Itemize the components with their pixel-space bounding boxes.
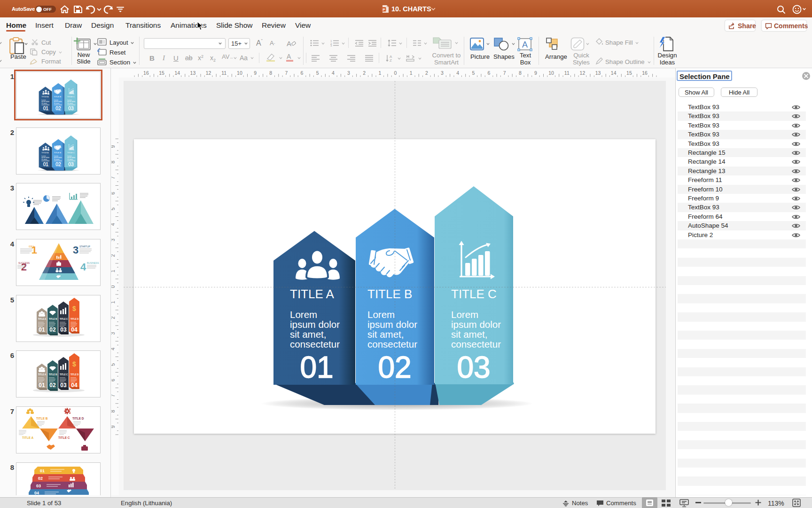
svg-text:13: 13 bbox=[595, 70, 601, 76]
svg-text:5: 5 bbox=[111, 207, 116, 210]
svg-text:6: 6 bbox=[301, 70, 304, 76]
svg-text:TITLE B: TITLE B bbox=[49, 373, 57, 376]
svg-text:03: 03 bbox=[457, 350, 490, 384]
svg-text:12: 12 bbox=[206, 70, 211, 76]
svg-text:consectetur: consectetur bbox=[41, 104, 50, 106]
svg-text:consectetur: consectetur bbox=[367, 339, 417, 349]
svg-text:8: 8 bbox=[269, 70, 272, 76]
svg-text:15: 15 bbox=[626, 70, 632, 76]
svg-text:12: 12 bbox=[580, 70, 586, 76]
svg-text:16: 16 bbox=[642, 70, 648, 76]
svg-text:9: 9 bbox=[534, 70, 537, 76]
svg-text:consectetur: consectetur bbox=[67, 160, 76, 162]
svg-text:14: 14 bbox=[611, 70, 617, 76]
svg-text:TITLE A: TITLE A bbox=[290, 287, 335, 301]
svg-text:A: A bbox=[522, 40, 528, 49]
svg-text:TITLE D: TITLE D bbox=[72, 417, 84, 420]
svg-text:consectetur: consectetur bbox=[451, 339, 501, 349]
svg-text:TITLE A: TITLE A bbox=[41, 95, 48, 98]
svg-text:SUCCESS: SUCCESS bbox=[18, 262, 30, 264]
svg-text:TITLE D: TITLE D bbox=[70, 318, 79, 320]
svg-text:sit amet,: sit amet, bbox=[451, 329, 487, 340]
svg-text:7: 7 bbox=[503, 70, 506, 76]
svg-text:16: 16 bbox=[143, 70, 149, 76]
svg-text:1: 1 bbox=[111, 301, 116, 304]
svg-text:04: 04 bbox=[71, 326, 78, 333]
svg-text:1: 1 bbox=[410, 70, 413, 76]
svg-text:TITLE D: TITLE D bbox=[70, 373, 79, 376]
svg-text:TITLE B: TITLE B bbox=[49, 318, 57, 320]
svg-text:Lorem: Lorem bbox=[367, 309, 395, 320]
svg-text:$: $ bbox=[72, 360, 76, 368]
svg-text:8: 8 bbox=[111, 161, 116, 164]
svg-text:10: 10 bbox=[237, 70, 242, 76]
svg-text:02: 02 bbox=[38, 476, 43, 481]
svg-text:2: 2 bbox=[111, 254, 116, 257]
svg-text:14: 14 bbox=[174, 70, 180, 76]
svg-text:TITLE B: TITLE B bbox=[36, 417, 48, 420]
svg-text:consectetur: consectetur bbox=[54, 160, 62, 162]
svg-text:TITLE C: TITLE C bbox=[58, 436, 70, 439]
svg-text:9: 9 bbox=[111, 425, 116, 428]
svg-text:3: 3 bbox=[441, 70, 444, 76]
svg-text:3: 3 bbox=[347, 70, 350, 76]
svg-text:01: 01 bbox=[39, 326, 45, 333]
svg-text:ipsum dolor: ipsum dolor bbox=[290, 319, 340, 330]
svg-text:4: 4 bbox=[111, 348, 116, 350]
svg-text:6: 6 bbox=[111, 192, 116, 195]
svg-text:3: 3 bbox=[330, 44, 332, 47]
svg-text:TITLE B: TITLE B bbox=[367, 287, 412, 301]
svg-text:0: 0 bbox=[394, 70, 397, 76]
svg-text:6: 6 bbox=[111, 379, 116, 381]
svg-text:1: 1 bbox=[111, 270, 116, 272]
svg-text:01: 01 bbox=[39, 382, 45, 389]
svg-text:7: 7 bbox=[285, 70, 288, 76]
svg-text:3: 3 bbox=[111, 238, 116, 241]
svg-text:13: 13 bbox=[190, 70, 196, 76]
svg-text:01: 01 bbox=[43, 106, 49, 111]
svg-text:A: A bbox=[287, 40, 291, 48]
svg-text:TITLE B: TITLE B bbox=[54, 151, 61, 154]
svg-text:BUSINESS: BUSINESS bbox=[87, 262, 99, 264]
svg-text:9: 9 bbox=[111, 145, 116, 148]
svg-text:01: 01 bbox=[43, 162, 49, 167]
svg-text:1: 1 bbox=[378, 70, 381, 76]
svg-text:8: 8 bbox=[519, 70, 522, 76]
svg-text:03: 03 bbox=[36, 484, 41, 488]
svg-text:03: 03 bbox=[60, 382, 67, 389]
svg-text:consectetur: consectetur bbox=[41, 160, 50, 162]
svg-text:3: 3 bbox=[111, 332, 116, 335]
svg-text:2: 2 bbox=[363, 70, 366, 76]
svg-text:TITLE C: TITLE C bbox=[60, 373, 68, 376]
svg-text:Lorem: Lorem bbox=[451, 309, 478, 320]
svg-text:2: 2 bbox=[425, 70, 428, 76]
svg-text:02: 02 bbox=[55, 162, 61, 167]
svg-text:9: 9 bbox=[254, 70, 257, 76]
svg-text:10: 10 bbox=[548, 70, 554, 76]
svg-text:4: 4 bbox=[111, 223, 116, 226]
svg-text:consectetur: consectetur bbox=[290, 339, 340, 349]
svg-text:$: $ bbox=[72, 305, 76, 312]
svg-text:TITLE C: TITLE C bbox=[451, 287, 497, 301]
svg-text:2: 2 bbox=[111, 317, 116, 319]
svg-text:4: 4 bbox=[332, 70, 335, 76]
svg-text:4: 4 bbox=[80, 261, 86, 273]
svg-text:8: 8 bbox=[111, 410, 116, 413]
svg-text:7: 7 bbox=[111, 394, 116, 397]
svg-text:03: 03 bbox=[68, 106, 74, 111]
svg-text:IDEA: IDEA bbox=[29, 245, 34, 248]
svg-text:04: 04 bbox=[71, 382, 78, 389]
svg-text:A: A bbox=[287, 53, 291, 60]
svg-text:sit amet,: sit amet, bbox=[290, 329, 326, 340]
svg-text:consectetur: consectetur bbox=[54, 104, 62, 106]
svg-text:5: 5 bbox=[316, 70, 319, 76]
svg-text:TITLE A: TITLE A bbox=[38, 373, 47, 376]
svg-text:TITLE C: TITLE C bbox=[67, 151, 74, 154]
svg-text:ipsum dolor: ipsum dolor bbox=[367, 319, 417, 330]
svg-text:5: 5 bbox=[111, 363, 116, 366]
svg-text:Lorem: Lorem bbox=[290, 309, 317, 320]
svg-text:04: 04 bbox=[34, 491, 39, 495]
svg-text:Z: Z bbox=[390, 58, 392, 62]
svg-text:3: 3 bbox=[73, 244, 78, 256]
svg-text:02: 02 bbox=[49, 382, 56, 389]
